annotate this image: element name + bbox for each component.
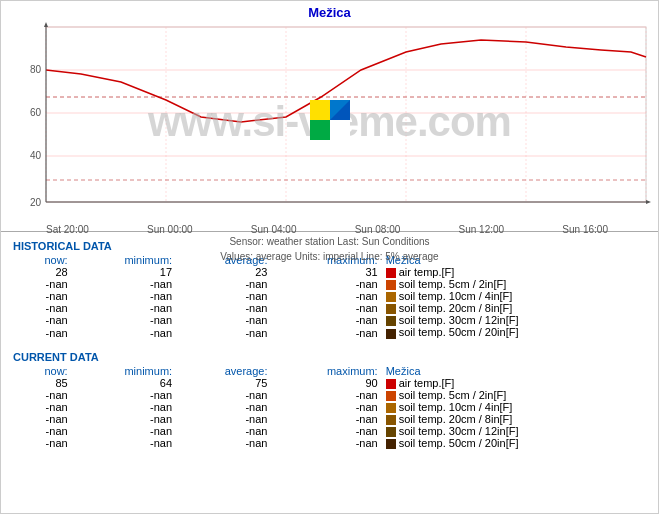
table-row: 28172331air temp.[F] [13,266,646,278]
color-swatch [386,329,396,339]
current-header: CURRENT DATA [13,351,646,363]
color-swatch [386,439,396,449]
table-row: -nan-nan-nan-nansoil temp. 5cm / 2in[F] [13,389,646,401]
cur-col-station: Mežica [382,365,646,377]
color-swatch [386,268,396,278]
label-cell: soil temp. 30cm / 12in[F] [382,314,646,326]
main-container: Mežica www.si-vreme.com [0,0,659,514]
color-swatch [386,415,396,425]
label-cell: soil temp. 20cm / 8in[F] [382,302,646,314]
color-swatch [386,280,396,290]
svg-text:20: 20 [30,197,42,208]
table-row: -nan-nan-nan-nansoil temp. 10cm / 4in[F] [13,401,646,413]
svg-text:40: 40 [30,150,42,161]
table-row: -nan-nan-nan-nansoil temp. 50cm / 20in[F… [13,437,646,449]
label-cell: soil temp. 10cm / 4in[F] [382,401,646,413]
logo-box [310,100,350,140]
x-label-2: Sun 00:00 [147,224,193,235]
color-swatch [386,379,396,389]
cur-col-min: minimum: [72,365,176,377]
x-label-5: Sun 12:00 [459,224,505,235]
label-cell: soil temp. 5cm / 2in[F] [382,278,646,290]
chart-info-line2: Values: average Units: imperial Line: 5%… [1,251,658,265]
table-row: -nan-nan-nan-nansoil temp. 20cm / 8in[F] [13,302,646,314]
label-cell: soil temp. 20cm / 8in[F] [382,413,646,425]
cur-col-avg: average: [176,365,271,377]
chart-title: Mežica [1,1,658,22]
label-cell: soil temp. 50cm / 20in[F] [382,437,646,449]
svg-marker-24 [646,200,651,204]
color-swatch [386,427,396,437]
current-columns: now: minimum: average: maximum: Mežica [13,365,646,377]
color-swatch [386,304,396,314]
label-cell: soil temp. 5cm / 2in[F] [382,389,646,401]
cur-col-max: maximum: [271,365,381,377]
table-row: -nan-nan-nan-nansoil temp. 30cm / 12in[F… [13,425,646,437]
svg-text:80: 80 [30,64,42,75]
x-label-1: Sat 20:00 [46,224,89,235]
chart-svg: www.si-vreme.com [1,22,658,222]
table-row: -nan-nan-nan-nansoil temp. 5cm / 2in[F] [13,278,646,290]
chart-x-labels: Sat 20:00 Sun 00:00 Sun 04:00 Sun 08:00 … [1,224,658,235]
table-row: -nan-nan-nan-nansoil temp. 10cm / 4in[F] [13,290,646,302]
table-row: -nan-nan-nan-nansoil temp. 50cm / 20in[F… [13,326,646,338]
svg-text:60: 60 [30,107,42,118]
svg-rect-3 [330,120,350,140]
svg-rect-2 [310,120,330,140]
chart-area: Mežica www.si-vreme.com [1,1,658,231]
label-cell: air temp.[F] [382,377,646,389]
color-swatch [386,292,396,302]
table-row: 85647590air temp.[F] [13,377,646,389]
x-label-6: Sun 16:00 [562,224,608,235]
label-cell: soil temp. 10cm / 4in[F] [382,290,646,302]
label-cell: soil temp. 30cm / 12in[F] [382,425,646,437]
label-cell: soil temp. 50cm / 20in[F] [382,326,646,338]
svg-marker-26 [44,22,48,27]
color-swatch [386,391,396,401]
table-row: -nan-nan-nan-nansoil temp. 30cm / 12in[F… [13,314,646,326]
x-label-4: Sun 08:00 [355,224,401,235]
historical-table: now: minimum: average: maximum: Mežica 2… [13,254,646,339]
x-label-3: Sun 04:00 [251,224,297,235]
cur-col-now: now: [13,365,72,377]
color-swatch [386,316,396,326]
label-cell: air temp.[F] [382,266,646,278]
table-row: -nan-nan-nan-nansoil temp. 20cm / 8in[F] [13,413,646,425]
svg-rect-0 [310,100,330,120]
current-section: CURRENT DATA now: minimum: average: maxi… [1,343,658,454]
color-swatch [386,403,396,413]
chart-info-line1: Sensor: weather station Last: Sun Condit… [1,236,658,250]
current-table: now: minimum: average: maximum: Mežica 8… [13,365,646,450]
